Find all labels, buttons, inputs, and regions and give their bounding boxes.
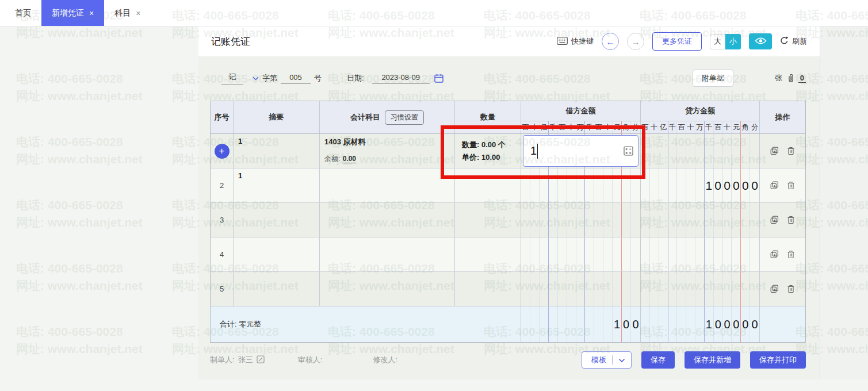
digit-cell	[695, 272, 705, 306]
digit-grid[interactable]	[521, 203, 640, 237]
more-vouchers-button[interactable]: 更多凭证	[652, 32, 702, 51]
quantity-cell[interactable]	[455, 272, 521, 306]
copy-icon[interactable]	[770, 147, 779, 155]
trash-icon[interactable]	[787, 250, 795, 259]
account-cell[interactable]	[320, 237, 455, 271]
summary-cell[interactable]	[234, 203, 320, 237]
balance-value[interactable]: 0.00	[342, 155, 357, 163]
modifier-label: 修改人:	[373, 355, 397, 365]
digit-grid[interactable]	[641, 237, 759, 271]
attach-document-button[interactable]: 附单据	[693, 70, 733, 87]
save-button[interactable]: 保存	[641, 351, 675, 369]
quantity-cell[interactable]	[455, 168, 521, 202]
digit-cell	[695, 203, 705, 237]
digit-grid[interactable]	[641, 203, 759, 237]
copy-icon[interactable]	[770, 216, 779, 224]
date-field[interactable]: 2023-08-09	[372, 73, 430, 84]
digit-cell	[723, 134, 732, 168]
account-cell[interactable]	[320, 203, 455, 237]
credit-amount-cell[interactable]	[641, 203, 760, 237]
digit-cell	[540, 168, 549, 202]
credit-amount-cell[interactable]	[641, 134, 760, 168]
copy-icon[interactable]	[770, 285, 779, 293]
shortcut-button[interactable]: 快捷键	[557, 36, 594, 47]
previous-voucher-button[interactable]: ←	[602, 33, 619, 50]
copy-icon[interactable]	[770, 181, 779, 190]
preview-button[interactable]	[749, 33, 772, 49]
quantity-cell[interactable]	[455, 237, 521, 271]
digit-cell	[695, 168, 705, 202]
trash-icon[interactable]	[787, 285, 795, 293]
add-row-button[interactable]: +	[215, 144, 230, 159]
summary-cell[interactable]: 1	[234, 168, 320, 202]
digit-label: 十	[650, 121, 659, 133]
save-and-new-button[interactable]: 保存并新增	[685, 351, 740, 369]
digit-cell	[585, 168, 594, 202]
paperclip-icon[interactable]	[787, 74, 795, 83]
close-icon[interactable]: ×	[136, 9, 140, 18]
voucher-word-select[interactable]: 记	[221, 72, 243, 85]
credit-amount-cell[interactable]	[641, 272, 760, 306]
font-size-toggle: 大 小	[710, 34, 741, 49]
digit-cell	[631, 168, 640, 202]
digit-cell	[613, 168, 622, 202]
divider	[612, 355, 613, 365]
chevron-down-icon[interactable]	[253, 76, 259, 80]
digit-grid[interactable]	[521, 272, 640, 306]
next-voucher-button[interactable]: →	[627, 33, 644, 50]
digit-label: 千	[705, 121, 714, 133]
digit-cell	[659, 203, 668, 237]
close-icon[interactable]: ×	[89, 9, 94, 18]
digit-cell	[549, 306, 558, 342]
trash-icon[interactable]	[787, 216, 795, 224]
refresh-icon	[780, 36, 789, 47]
tab-首页[interactable]: 首页	[5, 0, 41, 26]
refresh-button[interactable]: 刷新	[780, 36, 807, 47]
debit-amount-cell[interactable]: 1	[521, 134, 641, 168]
digit-grid[interactable]: 100000	[641, 168, 759, 202]
debit-amount-cell[interactable]	[521, 237, 641, 271]
trash-icon[interactable]	[787, 181, 795, 190]
digit-grid[interactable]	[521, 168, 640, 202]
credit-amount-cell[interactable]: 100000	[641, 168, 760, 202]
debit-amount-cell[interactable]	[521, 203, 641, 237]
template-button[interactable]: 模板	[582, 351, 632, 369]
save-and-print-button[interactable]: 保存并打印	[750, 351, 806, 369]
summary-cell[interactable]	[234, 237, 320, 271]
habit-settings-button[interactable]: 习惯设置	[385, 110, 424, 125]
digit-cell	[686, 306, 695, 342]
size-large-option[interactable]: 大	[710, 34, 725, 49]
summary-cell[interactable]	[234, 272, 320, 306]
account-cell[interactable]: 1403 原材料余额: 0.00	[320, 134, 455, 168]
summary-cell[interactable]: 1	[234, 134, 320, 168]
calculator-icon[interactable]	[624, 146, 633, 156]
digit-grid[interactable]	[521, 237, 640, 271]
voucher-number-field[interactable]: 005	[281, 73, 311, 84]
trash-icon[interactable]	[787, 147, 795, 155]
account-cell[interactable]	[320, 168, 455, 202]
attach-count-field[interactable]: 0	[798, 74, 806, 83]
credit-amount-cell[interactable]	[641, 237, 760, 271]
chevron-down-icon[interactable]	[618, 356, 625, 365]
debit-amount-cell[interactable]	[521, 168, 641, 202]
digit-grid[interactable]	[641, 134, 759, 168]
digit-grid[interactable]: 100	[521, 306, 640, 342]
debit-amount-input[interactable]: 1	[523, 135, 638, 167]
digit-cell	[622, 237, 631, 271]
digit-grid[interactable]: 100000	[641, 306, 759, 342]
col-header-quantity: 数量	[455, 101, 521, 133]
account-cell[interactable]	[320, 272, 455, 306]
tab-科目[interactable]: 科目×	[104, 0, 151, 26]
quantity-cell[interactable]: 数量: 0.00 个单价: 10.00	[455, 134, 521, 168]
tab-新增凭证[interactable]: 新增凭证×	[41, 0, 104, 26]
edit-icon[interactable]	[257, 355, 265, 365]
digit-label: 万	[576, 121, 586, 133]
calendar-icon[interactable]	[434, 74, 443, 83]
copy-icon[interactable]	[770, 250, 779, 259]
digit-cell: 0	[723, 306, 732, 342]
debit-amount-cell[interactable]	[521, 272, 641, 306]
digit-cell	[549, 272, 558, 306]
quantity-cell[interactable]	[455, 203, 521, 237]
digit-grid[interactable]	[641, 272, 759, 306]
size-small-option[interactable]: 小	[725, 34, 741, 49]
